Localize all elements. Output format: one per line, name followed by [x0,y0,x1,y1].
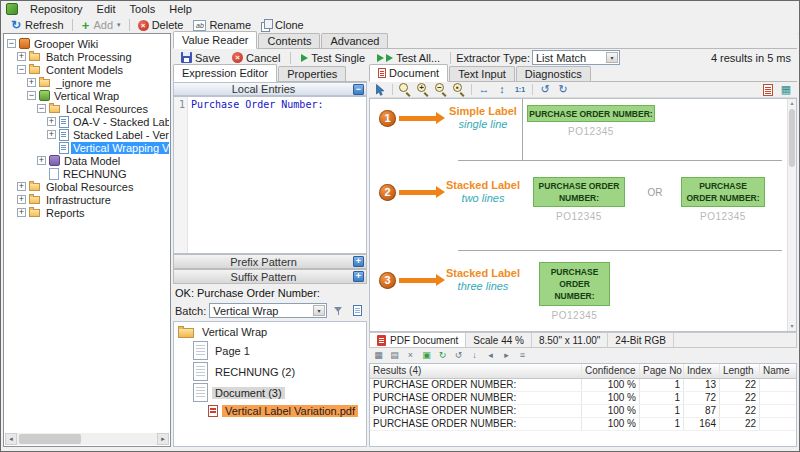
collapse-icon[interactable]: − [37,104,46,113]
column-index[interactable]: Index [684,364,720,378]
batch-item[interactable]: Vertical Label Variation.pdf [176,403,364,418]
collapse-icon[interactable]: − [27,91,36,100]
results-row[interactable]: PURCHASE ORDER NUMBER:100 %116422 [370,418,796,431]
fit-width-icon[interactable]: ↔ [476,83,492,97]
expand-section-icon[interactable]: + [353,271,364,282]
clone-button[interactable]: Clone [256,18,309,33]
scrollbar-thumb[interactable] [19,434,81,444]
menu-help[interactable]: Help [162,2,199,16]
results-row[interactable]: PURCHASE ORDER NUMBER:100 %18722 [370,405,796,418]
tree-item[interactable]: +Infrastructure [5,193,169,206]
save-button[interactable]: Save [176,50,225,65]
rotate-left-icon[interactable]: ↺ [537,83,553,97]
tree-item[interactable]: −Content Models [5,63,169,76]
local-entries-editor[interactable]: 1 Purchase Order Number: [173,96,367,254]
tab-expression-editor[interactable]: Expression Editor [173,64,277,82]
chevron-down-icon[interactable]: ▾ [313,305,325,316]
expand-section-icon[interactable]: + [353,256,364,267]
grid-options-icon[interactable]: ≡ [516,349,529,362]
actual-size-icon[interactable]: 1:1 [512,83,528,97]
collapse-icon[interactable]: − [17,65,26,74]
tree-item[interactable]: −Vertical Wrap [5,89,169,102]
download-results-icon[interactable]: ↓ [468,349,481,362]
expand-icon[interactable]: + [37,156,46,165]
copy-results-icon[interactable]: ▦ [372,349,385,362]
column-results[interactable]: Results (4) [370,364,582,378]
suffix-pattern-bar[interactable]: Suffix Pattern + [173,269,367,284]
batch-item[interactable]: Vertical Wrap [176,324,364,340]
expand-icon[interactable]: + [17,208,26,217]
highlight-all-icon[interactable]: ▣ [420,349,433,362]
expand-icon[interactable]: + [27,78,36,87]
scroll-up-icon[interactable]: ▴ [788,99,796,108]
test-single-button[interactable]: Test Single [296,50,370,65]
document-view[interactable]: 1 Simple Label single line PURCHASE ORDE… [369,98,797,332]
menu-edit[interactable]: Edit [90,2,123,16]
cancel-button[interactable]: × Cancel [227,50,285,65]
expand-icon[interactable]: + [17,182,26,191]
next-result-icon[interactable]: ▸ [500,349,513,362]
column-length[interactable]: Length [720,364,760,378]
text-data-icon[interactable] [760,83,776,97]
tree-item[interactable]: +Stacked Label - Vertical Wrap (ZIP [5,128,169,141]
column-confidence[interactable]: Confidence [582,364,640,378]
tab-contents[interactable]: Contents [258,33,320,48]
tree-item[interactable]: Vertical Wrapping Variation [5,141,169,154]
tree-item[interactable]: +Data Model [5,154,169,167]
tab-properties[interactable]: Properties [278,66,346,81]
scroll-right-icon[interactable]: ▸ [157,433,169,445]
results-row[interactable]: PURCHASE ORDER NUMBER:100 %11322 [370,379,796,392]
extractor-type-combobox[interactable]: List Match ▾ [532,50,620,65]
thumbnails-panel-icon[interactable]: ▦ [778,83,794,97]
scrollbar-thumb[interactable] [789,109,795,167]
add-dropdown-icon[interactable]: ▾ [117,21,121,29]
highlighted-label[interactable]: PURCHASE ORDER NUMBER: [681,177,765,207]
highlighted-label[interactable]: PURCHASE ORDER NUMBER: [527,105,655,122]
scroll-left-icon[interactable]: ◂ [5,433,17,445]
batch-item[interactable]: Page 1 [176,340,364,361]
tree-item[interactable]: RECHNUNG [5,167,169,180]
tree-item[interactable]: −Grooper Wiki [5,37,169,50]
batch-item[interactable]: RECHNUNG (2) [176,361,364,382]
collapse-section-icon[interactable]: − [353,84,364,95]
rotate-right-icon[interactable]: ↻ [555,83,571,97]
refresh-results-icon[interactable]: ↻ [436,349,449,362]
tab-value-reader[interactable]: Value Reader [173,31,257,49]
tree-item[interactable]: +OA-V - Stacked Label [5,115,169,128]
zoom-region-icon[interactable] [397,83,413,97]
batch-combobox[interactable]: Vertical Wrap ▾ [209,303,327,318]
tree-item[interactable]: +Reports [5,206,169,219]
zoom-out-icon[interactable]: − [433,83,449,97]
tree-horizontal-scrollbar[interactable]: ◂ ▸ [5,433,169,445]
auto-refresh-icon[interactable]: ↺ [452,349,465,362]
expand-icon[interactable]: + [17,195,26,204]
fit-height-icon[interactable]: ↕ [494,83,510,97]
test-all-button[interactable]: Test All... [372,50,445,65]
tree-item[interactable]: +Global Resources [5,180,169,193]
expand-icon[interactable]: + [17,52,26,61]
chevron-down-icon[interactable]: ▾ [606,52,618,63]
tab-diagnostics[interactable]: Diagnostics [516,66,591,81]
expand-icon[interactable]: + [47,117,56,126]
tab-advanced[interactable]: Advanced [321,33,388,48]
export-results-icon[interactable]: ▤ [388,349,401,362]
column-page-no[interactable]: Page No [640,364,684,378]
results-row[interactable]: PURCHASE ORDER NUMBER:100 %17222 [370,392,796,405]
menu-tools[interactable]: Tools [123,2,163,16]
scroll-down-icon[interactable]: ▾ [788,322,796,331]
highlighted-label[interactable]: PURCHASE ORDER NUMBER: [533,177,625,207]
tab-text-input[interactable]: Text Input [449,66,515,81]
tree-item[interactable]: +_ignore me [5,76,169,89]
document-scrollbar[interactable]: ▴ ▾ [787,99,796,331]
zoom-in-icon[interactable]: + [415,83,431,97]
highlighted-label[interactable]: PURCHASE ORDER NUMBER: [539,262,610,306]
tree-item[interactable]: −Local Resources [5,102,169,115]
batch-view-button[interactable] [349,303,365,318]
tab-document[interactable]: Document [369,64,448,82]
column-name[interactable]: Name [760,364,796,378]
previous-result-icon[interactable]: ◂ [484,349,497,362]
scrollbar-track[interactable] [17,433,157,445]
zoom-window-icon[interactable]: ▪ [451,83,467,97]
collapse-icon[interactable]: − [7,39,16,48]
prefix-pattern-bar[interactable]: Prefix Pattern + [173,254,367,269]
